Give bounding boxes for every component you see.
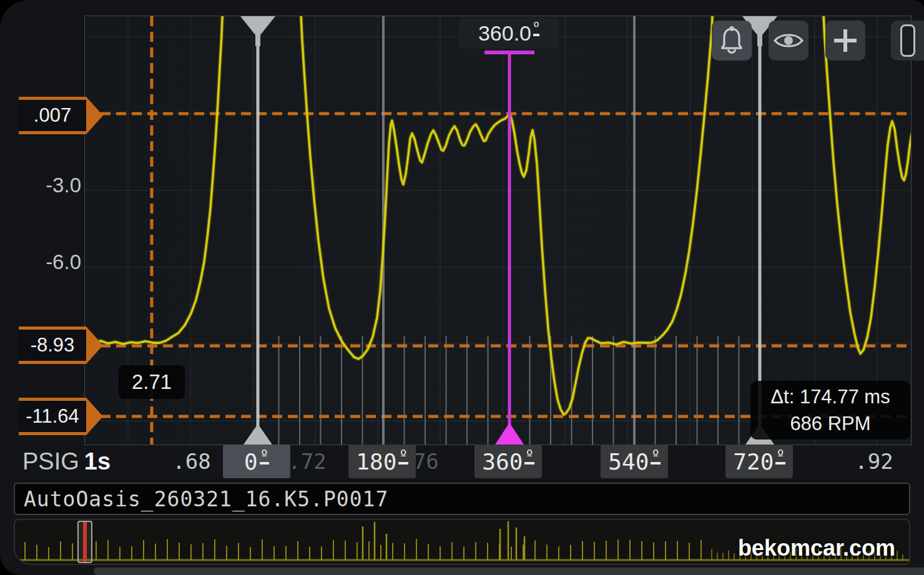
minimap-position-marker[interactable]	[83, 522, 87, 562]
delta-time-value: Δt: 174.77 ms	[770, 383, 890, 410]
y-cursor-tag-1[interactable]: -8.93	[19, 327, 86, 364]
recording-overview-strip[interactable]: bekomcar.com	[14, 519, 910, 565]
recording-file-bar[interactable]: AutoOasis_260321_16.K5.P0017	[14, 483, 910, 515]
degree-cursor-label-180[interactable]: 180º	[348, 445, 416, 478]
bottom-bezel-bar	[94, 568, 924, 575]
y-scale-label: -6.0	[16, 250, 81, 274]
y-cursor-tag-value: -8.93	[31, 334, 75, 356]
side-panel-button[interactable]	[891, 21, 924, 61]
degree-value: 540	[608, 449, 649, 474]
degree-cursor-label-720[interactable]: 720º	[725, 445, 793, 478]
y-cursor-tag-0[interactable]: .007	[19, 97, 86, 134]
add-button[interactable]	[825, 21, 865, 61]
degree-ordinal: º	[775, 448, 785, 464]
visibility-button[interactable]	[769, 21, 808, 61]
y-cursor-arrow-icon	[86, 327, 103, 364]
scope-app: .007-8.93-11.64-3.0-6.0 PSIG 1s .68.72.7…	[0, 0, 924, 575]
degree-ordinal: º	[260, 448, 269, 464]
degree-value: 180	[356, 449, 396, 474]
timebase-label: 1s	[84, 448, 111, 475]
axis-unit-row: PSIG 1s	[22, 445, 111, 478]
pressure-trace	[86, 16, 911, 415]
time-axis-label: .92	[855, 445, 893, 478]
plus-icon	[832, 27, 859, 54]
degree-value: 0	[244, 449, 258, 474]
time-axis-label: .72	[288, 445, 326, 478]
cursor-0deg-top-handle[interactable]	[240, 16, 275, 46]
y-cursor-tag-2[interactable]: -11.64	[19, 398, 86, 435]
delta-pressure-readout: 2.71	[119, 365, 185, 399]
degree-cursor-label-540[interactable]: 540º	[601, 445, 668, 478]
delta-time-readout: Δt: 174.77 ms 686 RPM	[750, 381, 910, 440]
eye-icon	[774, 30, 804, 51]
rpm-value: 686 RPM	[790, 410, 870, 437]
degree-cursor-label-360[interactable]: 360º	[474, 445, 542, 478]
cursor-0deg-bottom-handle[interactable]	[243, 424, 272, 445]
recording-file-name: AutoOasis_260321_16.K5.P0017	[24, 487, 388, 511]
y-scale-label: -3.0	[16, 174, 81, 197]
degree-ordinal: º	[398, 448, 408, 464]
y-cursor-tag-value: .007	[34, 104, 71, 127]
crank-cursor-value: 360.0	[478, 21, 531, 46]
alarm-button[interactable]	[712, 21, 752, 61]
watermark: bekomcar.com	[738, 535, 895, 561]
y-cursor-arrow-icon	[86, 398, 103, 435]
panel-handle-icon	[900, 24, 915, 57]
y-cursor-arrow-icon	[86, 97, 103, 134]
y-cursor-tag-value: -11.64	[26, 405, 79, 428]
time-axis-label: .68	[172, 445, 210, 478]
degree-ordinal: º	[533, 20, 539, 36]
degree-value: 360	[482, 449, 523, 474]
delta-pressure-value: 2.71	[132, 370, 172, 394]
degree-ordinal: º	[524, 448, 534, 464]
degree-ordinal: º	[651, 448, 660, 464]
degree-cursor-label-0[interactable]: 0º	[223, 445, 290, 478]
crank-cursor-label[interactable]: 360.0 º	[459, 17, 559, 49]
bell-icon	[719, 26, 744, 55]
y-axis-unit: PSIG	[22, 448, 79, 475]
cursor-360deg-bottom-handle[interactable]	[495, 423, 524, 445]
degree-value: 720	[733, 449, 774, 474]
